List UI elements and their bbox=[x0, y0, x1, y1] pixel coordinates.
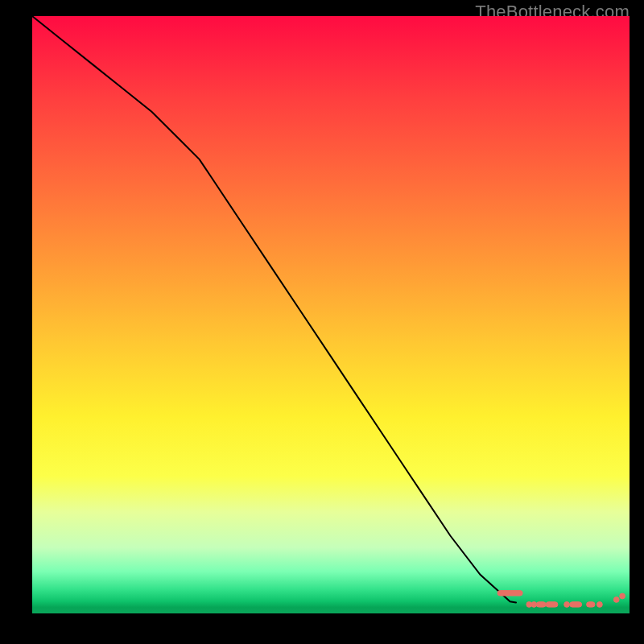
marker-layer bbox=[497, 591, 625, 608]
bottleneck-curve-line bbox=[32, 16, 516, 603]
sample-marker bbox=[536, 602, 546, 607]
sample-marker bbox=[564, 602, 570, 608]
sample-marker bbox=[620, 593, 625, 599]
sample-marker bbox=[531, 602, 537, 608]
sample-marker bbox=[613, 597, 619, 603]
plot-area bbox=[32, 16, 630, 613]
sample-marker bbox=[597, 602, 603, 608]
sample-marker bbox=[497, 591, 522, 596]
sample-marker bbox=[546, 602, 558, 607]
chart-svg bbox=[32, 16, 630, 613]
chart-frame: TheBottleneck.com bbox=[0, 0, 644, 644]
sample-marker bbox=[587, 602, 595, 607]
sample-marker bbox=[570, 602, 582, 607]
